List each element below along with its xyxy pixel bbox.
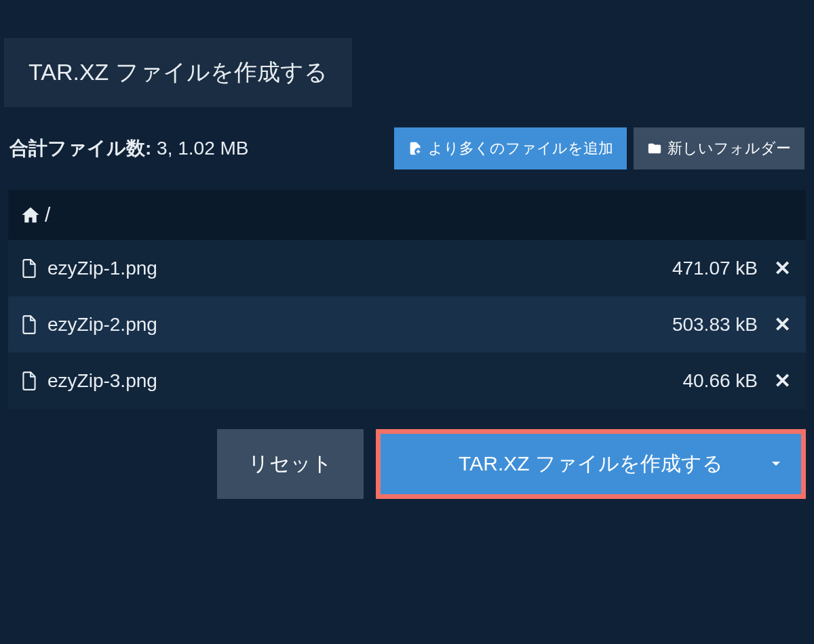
file-row[interactable]: ezyZip-3.png 40.66 kB ✕ xyxy=(8,353,806,409)
create-archive-button[interactable]: TAR.XZ ファイルを作成する xyxy=(381,434,801,494)
chevron-down-icon xyxy=(771,461,781,468)
remove-file-button[interactable]: ✕ xyxy=(771,256,794,280)
create-label: TAR.XZ ファイルを作成する xyxy=(459,450,723,478)
file-name: ezyZip-2.png xyxy=(47,314,672,336)
file-size: 471.07 kB xyxy=(672,258,758,279)
toolbar: 合計ファイル数: 3, 1.02 MB より多くのファイルを追加 xyxy=(0,107,814,190)
file-name: ezyZip-1.png xyxy=(47,258,672,279)
new-folder-button[interactable]: 新しいフォルダー xyxy=(634,127,805,169)
file-list: / ezyZip-1.png 471.07 kB ✕ ezy xyxy=(8,190,806,409)
file-icon xyxy=(20,258,38,279)
folder-icon xyxy=(647,141,662,156)
remove-file-button[interactable]: ✕ xyxy=(771,369,794,393)
close-icon: ✕ xyxy=(774,313,791,336)
breadcrumb-separator: / xyxy=(45,203,50,226)
file-summary: 合計ファイル数: 3, 1.02 MB xyxy=(9,136,386,161)
action-bar: リセット TAR.XZ ファイルを作成する xyxy=(0,409,814,519)
file-add-icon xyxy=(408,141,423,156)
file-row[interactable]: ezyZip-2.png 503.83 kB ✕ xyxy=(8,296,806,353)
close-icon: ✕ xyxy=(774,257,791,279)
toolbar-buttons: より多くのファイルを追加 新しいフォルダー xyxy=(394,127,805,169)
file-size: 40.66 kB xyxy=(682,370,758,392)
breadcrumb[interactable]: / xyxy=(8,190,806,240)
new-folder-label: 新しいフォルダー xyxy=(667,138,791,159)
file-icon xyxy=(20,315,38,335)
add-files-label: より多くのファイルを追加 xyxy=(428,138,613,159)
close-icon: ✕ xyxy=(774,369,791,392)
add-files-button[interactable]: より多くのファイルを追加 xyxy=(394,127,627,169)
file-icon xyxy=(20,371,38,391)
tab-header: TAR.XZ ファイルを作成する xyxy=(4,38,352,107)
summary-value: 3, 1.02 MB xyxy=(157,138,248,159)
summary-label: 合計ファイル数: xyxy=(9,138,151,159)
page-title: TAR.XZ ファイルを作成する xyxy=(28,59,328,85)
reset-label: リセット xyxy=(248,452,332,475)
file-name: ezyZip-3.png xyxy=(47,370,682,392)
create-button-highlight: TAR.XZ ファイルを作成する xyxy=(376,429,806,499)
reset-button[interactable]: リセット xyxy=(217,429,364,499)
file-size: 503.83 kB xyxy=(672,314,758,336)
home-icon xyxy=(20,205,41,225)
file-row[interactable]: ezyZip-1.png 471.07 kB ✕ xyxy=(8,240,806,296)
remove-file-button[interactable]: ✕ xyxy=(771,313,794,336)
